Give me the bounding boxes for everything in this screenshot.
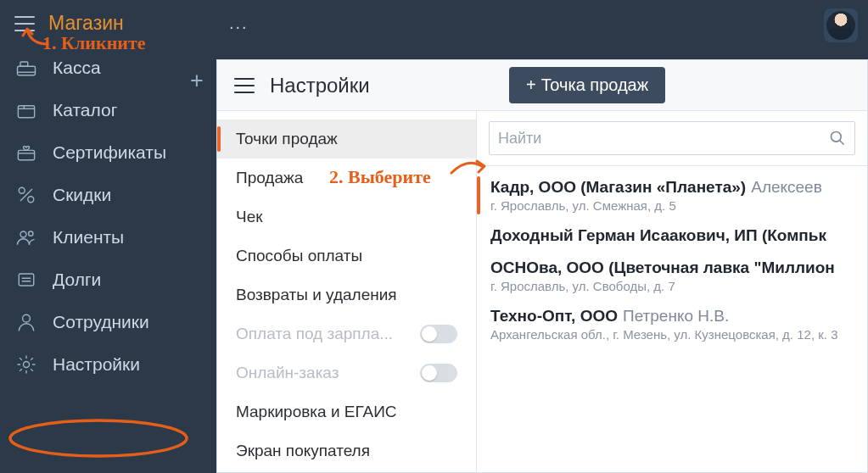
debts-icon bbox=[13, 266, 40, 293]
percent-icon bbox=[13, 181, 40, 209]
employee-icon bbox=[13, 309, 40, 336]
sidebar-item-label: Скидки bbox=[53, 185, 111, 205]
add-pos-button[interactable]: + Точка продаж bbox=[509, 67, 665, 103]
users-icon bbox=[13, 224, 40, 251]
topbar: ... bbox=[216, 0, 868, 47]
category-marking-egais[interactable]: Маркировка и ЕГАИС bbox=[217, 392, 476, 431]
sidebar-item-label: Сертификаты bbox=[53, 142, 166, 163]
category-payment-methods[interactable]: Способы оплаты bbox=[217, 236, 476, 275]
category-online-order[interactable]: Онлайн-заказ bbox=[217, 353, 476, 392]
cash-register-icon bbox=[13, 54, 40, 81]
sidebar-item-debts[interactable]: Долги bbox=[0, 259, 216, 301]
category-customer-screen[interactable]: Экран покупателя bbox=[217, 431, 476, 470]
category-receipt[interactable]: Чек bbox=[217, 198, 476, 236]
category-sale[interactable]: Продажа bbox=[217, 159, 476, 198]
sidebar-item-clients[interactable]: Клиенты bbox=[0, 216, 216, 259]
pos-address: г. Ярославль, ул. Смежная, д. 5 bbox=[490, 198, 854, 213]
settings-title: Настройки bbox=[270, 74, 370, 97]
svg-rect-10 bbox=[19, 274, 34, 286]
svg-rect-3 bbox=[18, 106, 34, 118]
sidebar-item-catalog[interactable]: Каталог bbox=[0, 89, 216, 131]
add-pos-label: Точка продаж bbox=[541, 75, 648, 95]
sidebar-item-discounts[interactable]: Скидки bbox=[0, 174, 216, 216]
avatar bbox=[826, 11, 855, 40]
pos-secondary: Петренко Н.В. bbox=[623, 307, 729, 325]
toggle-off-icon[interactable] bbox=[420, 325, 457, 343]
gift-icon bbox=[13, 139, 40, 166]
sidebar-item-settings[interactable]: Настройки bbox=[0, 343, 216, 386]
search-field[interactable] bbox=[489, 121, 855, 155]
svg-point-12 bbox=[24, 362, 30, 368]
svg-rect-0 bbox=[18, 66, 36, 75]
sidebar-item-label: Каталог bbox=[53, 100, 117, 120]
avatar-button[interactable] bbox=[824, 8, 858, 42]
box-icon bbox=[13, 97, 40, 124]
svg-point-6 bbox=[28, 197, 34, 203]
sidebar-item-label: Касса bbox=[53, 58, 101, 78]
sidebar-item-kassa[interactable]: Касса bbox=[0, 47, 216, 89]
svg-point-9 bbox=[29, 231, 33, 236]
category-salary-payment[interactable]: Оплата под зарпла... bbox=[217, 314, 476, 353]
pos-entry[interactable]: Кадр, ООО (Магазин «Планета»)Алексеев г.… bbox=[477, 171, 867, 220]
search-input[interactable] bbox=[498, 130, 829, 147]
sidebar-item-label: Клиенты bbox=[53, 227, 124, 248]
svg-point-5 bbox=[19, 187, 25, 193]
search-row bbox=[477, 111, 867, 166]
pos-entry[interactable]: ОСНОва, ООО (Цветочная лавка "Миллион г.… bbox=[477, 252, 867, 300]
hamburger-icon[interactable] bbox=[14, 16, 35, 31]
sidebar-top: Магазин bbox=[0, 0, 216, 47]
settings-header: Настройки + Точка продаж bbox=[217, 60, 867, 111]
gear-icon bbox=[13, 351, 40, 378]
search-icon bbox=[829, 130, 846, 147]
hamburger-icon[interactable] bbox=[234, 78, 255, 93]
svg-point-8 bbox=[20, 231, 26, 237]
pos-list: Кадр, ООО (Магазин «Планета»)Алексеев г.… bbox=[477, 166, 867, 472]
svg-line-7 bbox=[20, 189, 32, 201]
category-pos[interactable]: Точки продаж bbox=[217, 120, 476, 159]
pos-name: Доходный Герман Исаакович, ИП (Компьк bbox=[490, 226, 826, 244]
svg-rect-4 bbox=[18, 150, 34, 159]
pos-address: Архангельская обл., г. Мезень, ул. Кузне… bbox=[490, 327, 854, 342]
pos-name: Кадр, ООО (Магазин «Планета») bbox=[490, 178, 746, 196]
pos-entry[interactable]: Техно-Опт, ОООПетренко Н.В. Архангельска… bbox=[477, 300, 867, 348]
breadcrumb-overflow[interactable]: ... bbox=[229, 14, 249, 33]
pos-entry[interactable]: Доходный Герман Исаакович, ИП (Компьк bbox=[477, 220, 867, 252]
main-sidebar: Магазин Касса + Каталог Сертификаты Скид… bbox=[0, 0, 216, 473]
sidebar-item-label: Сотрудники bbox=[53, 312, 149, 332]
category-returns[interactable]: Возвраты и удаления bbox=[217, 275, 476, 314]
pos-name: ОСНОва, ООО (Цветочная лавка "Миллион bbox=[490, 259, 835, 276]
svg-point-13 bbox=[832, 132, 842, 142]
sidebar-item-label: Долги bbox=[53, 270, 101, 290]
pos-name: Техно-Опт, ООО bbox=[490, 307, 618, 325]
plus-icon: + bbox=[526, 75, 536, 95]
toggle-off-icon[interactable] bbox=[420, 364, 457, 382]
brand-title: Магазин bbox=[48, 12, 124, 35]
sidebar-item-label: Настройки bbox=[53, 354, 140, 375]
pos-address: г. Ярославль, ул. Свободы, д. 7 bbox=[490, 279, 854, 293]
pos-right-pane: Кадр, ООО (Магазин «Планета»)Алексеев г.… bbox=[477, 111, 867, 472]
svg-point-11 bbox=[23, 314, 31, 322]
add-icon[interactable]: + bbox=[190, 72, 207, 89]
svg-rect-1 bbox=[20, 62, 28, 66]
sidebar-item-certificates[interactable]: Сертификаты bbox=[0, 131, 216, 174]
settings-body: Точки продаж Продажа Чек Способы оплаты … bbox=[217, 111, 867, 472]
sidebar-item-employees[interactable]: Сотрудники bbox=[0, 301, 216, 343]
settings-categories: Точки продаж Продажа Чек Способы оплаты … bbox=[217, 111, 477, 472]
svg-line-14 bbox=[840, 141, 844, 145]
settings-panel: Настройки + Точка продаж Точки продаж Пр… bbox=[216, 59, 868, 473]
pos-secondary: Алексеев bbox=[751, 178, 822, 196]
